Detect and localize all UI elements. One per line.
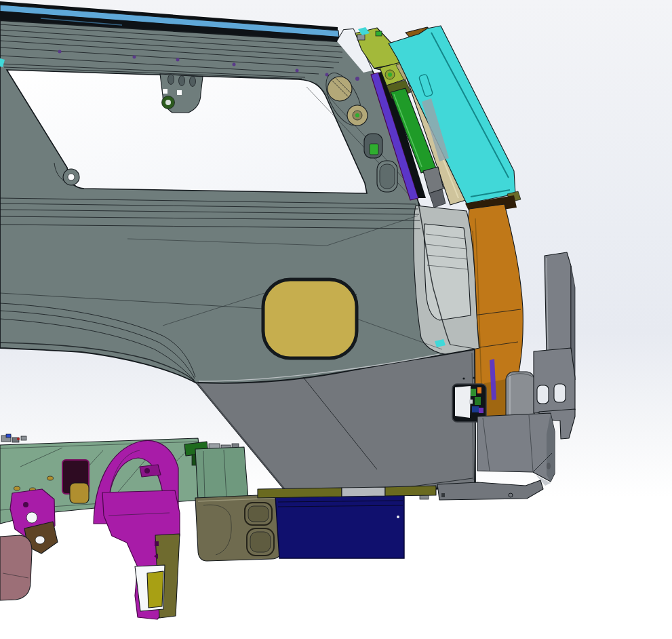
- fastener-dot: [355, 77, 359, 81]
- green-clip[interactable]: [370, 144, 378, 155]
- pillar-access-plug[interactable]: [328, 77, 352, 101]
- taillight-pocket[interactable]: [414, 206, 479, 355]
- bumper-end-cap[interactable]: [477, 413, 555, 482]
- fuel-door-panel[interactable]: [263, 279, 357, 358]
- license-opening-contents: [455, 386, 483, 418]
- cad-canvas[interactable]: [0, 0, 672, 639]
- empty-slot: [380, 164, 395, 189]
- sill-strip-gray: [342, 487, 385, 497]
- bracket-hole: [26, 512, 37, 523]
- base-hole-right: [554, 384, 566, 402]
- heat-shield-strip-right: [385, 486, 436, 496]
- fuel-filler-door[interactable]: [263, 279, 357, 358]
- tower-top-tab: [140, 465, 161, 477]
- cad-viewport[interactable]: [0, 0, 672, 639]
- tower-yellow-insert: [147, 571, 163, 608]
- body-mount-bushing[interactable]: [0, 535, 32, 600]
- grommet-hole: [68, 174, 75, 180]
- rail-gold-pad: [70, 483, 89, 503]
- spare-carrier-box[interactable]: [275, 495, 404, 558]
- heat-shield-strip-left: [258, 488, 342, 498]
- bumper-fin-bracket[interactable]: [545, 252, 571, 355]
- base-hole-left: [537, 385, 549, 404]
